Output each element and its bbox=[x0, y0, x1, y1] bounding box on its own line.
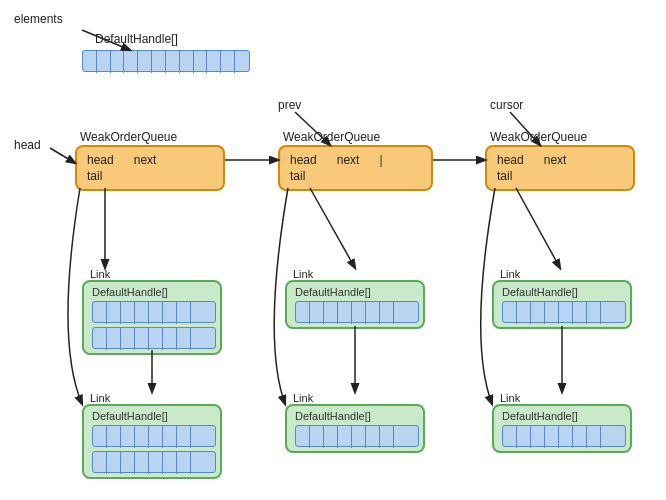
cell bbox=[177, 328, 191, 350]
cell bbox=[573, 426, 587, 448]
arrow-head-to-woq1 bbox=[50, 148, 75, 163]
cell bbox=[503, 426, 517, 448]
woq2-next: next bbox=[337, 153, 360, 167]
cell bbox=[121, 452, 135, 474]
cell bbox=[149, 426, 163, 448]
cell bbox=[149, 302, 163, 324]
cell bbox=[310, 302, 324, 324]
cell bbox=[83, 51, 97, 73]
cell bbox=[559, 302, 573, 324]
cell bbox=[107, 328, 121, 350]
arrow-woq1-tail-to-link2 bbox=[68, 188, 82, 404]
cell bbox=[177, 302, 191, 324]
cell bbox=[107, 302, 121, 324]
woq3-title: WeakOrderQueue bbox=[490, 130, 587, 144]
default-handle-top-array bbox=[82, 50, 250, 72]
cell bbox=[573, 302, 587, 324]
cell bbox=[93, 426, 107, 448]
cell bbox=[324, 426, 338, 448]
cell bbox=[180, 51, 194, 73]
arrow-woq3-head-to-link5 bbox=[516, 188, 560, 268]
woq3-tail: tail bbox=[497, 169, 623, 183]
cell bbox=[166, 51, 180, 73]
link1-box: DefaultHandle[] bbox=[82, 280, 222, 355]
cell bbox=[338, 302, 352, 324]
cell bbox=[601, 302, 615, 324]
woq3-box: head next tail bbox=[485, 145, 635, 191]
woq2-title: WeakOrderQueue bbox=[283, 130, 380, 144]
link1-array bbox=[92, 301, 216, 323]
cell bbox=[121, 328, 135, 350]
cell bbox=[517, 426, 531, 448]
cell bbox=[545, 426, 559, 448]
cell bbox=[135, 426, 149, 448]
cell bbox=[124, 51, 138, 73]
cell bbox=[121, 426, 135, 448]
cell bbox=[149, 452, 163, 474]
cell bbox=[531, 302, 545, 324]
cell bbox=[235, 51, 249, 73]
cell bbox=[191, 328, 205, 350]
link1-array2 bbox=[92, 327, 216, 349]
woq2-head: head bbox=[290, 153, 317, 167]
cell bbox=[177, 452, 191, 474]
cell bbox=[163, 426, 177, 448]
default-handle-top-label: DefaultHandle[] bbox=[95, 32, 178, 46]
cell bbox=[97, 51, 111, 73]
cell bbox=[93, 452, 107, 474]
cell bbox=[135, 328, 149, 350]
cell bbox=[177, 426, 191, 448]
woq2-box: head next | tail bbox=[278, 145, 433, 191]
cell bbox=[107, 426, 121, 448]
woq3-next: next bbox=[544, 153, 567, 167]
link4-title-label: Link bbox=[293, 392, 313, 404]
woq1-head: head bbox=[87, 153, 114, 167]
link2-array bbox=[92, 425, 216, 447]
cell bbox=[107, 452, 121, 474]
cell bbox=[296, 302, 310, 324]
link6-title-label: Link bbox=[500, 392, 520, 404]
link2-array2 bbox=[92, 451, 216, 473]
woq1-box: head next tail bbox=[75, 145, 225, 191]
cell bbox=[194, 51, 208, 73]
cell bbox=[310, 426, 324, 448]
woq1-fields: head next bbox=[87, 153, 213, 167]
woq2-fields: head next | bbox=[290, 153, 421, 167]
cell bbox=[352, 426, 366, 448]
woq1-title: WeakOrderQueue bbox=[80, 130, 177, 144]
cell bbox=[221, 51, 235, 73]
cell bbox=[380, 426, 394, 448]
prev-label: prev bbox=[278, 98, 301, 112]
link5-label: DefaultHandle[] bbox=[502, 286, 622, 298]
link5-array bbox=[502, 301, 626, 323]
link5-box: DefaultHandle[] bbox=[492, 280, 632, 329]
cell bbox=[135, 452, 149, 474]
link4-array bbox=[295, 425, 419, 447]
cell bbox=[545, 302, 559, 324]
link2-box: DefaultHandle[] bbox=[82, 404, 222, 479]
cell bbox=[517, 302, 531, 324]
cell bbox=[121, 302, 135, 324]
cell bbox=[163, 452, 177, 474]
cursor-label: cursor bbox=[490, 98, 523, 112]
link1-label: DefaultHandle[] bbox=[92, 286, 212, 298]
woq2-pipe: | bbox=[379, 153, 382, 167]
cell bbox=[338, 426, 352, 448]
link6-box: DefaultHandle[] bbox=[492, 404, 632, 453]
arrow-woq2-head-to-link3 bbox=[310, 188, 355, 268]
cell bbox=[352, 302, 366, 324]
cell bbox=[394, 426, 408, 448]
link3-array bbox=[295, 301, 419, 323]
woq1-next: next bbox=[134, 153, 157, 167]
link6-array bbox=[502, 425, 626, 447]
cell bbox=[394, 302, 408, 324]
cell bbox=[152, 51, 166, 73]
cell bbox=[559, 426, 573, 448]
cell bbox=[111, 51, 125, 73]
woq2-tail: tail bbox=[290, 169, 421, 183]
cell bbox=[296, 426, 310, 448]
cell bbox=[149, 328, 163, 350]
cell bbox=[191, 426, 205, 448]
cell bbox=[531, 426, 545, 448]
link3-title-label: Link bbox=[293, 268, 313, 280]
